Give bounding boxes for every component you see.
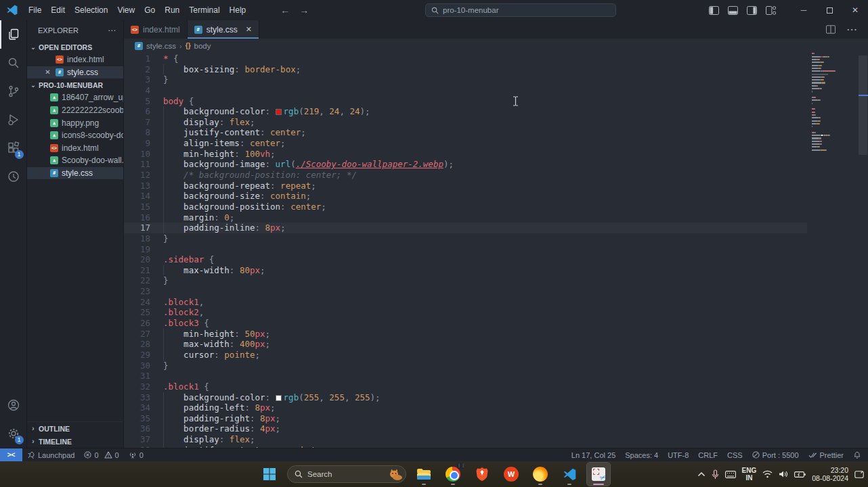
editor-more-actions-icon[interactable]: ⋯ — [846, 23, 857, 36]
minimap[interactable] — [812, 53, 856, 152]
code-line-13[interactable]: 13 background-repeat: repeat; — [124, 181, 807, 191]
touch-keyboard-icon[interactable] — [725, 471, 736, 478]
run-debug-icon[interactable] — [0, 106, 27, 134]
menu-edit[interactable]: Edit — [46, 3, 70, 18]
code-line-11[interactable]: 11 background-image: url(./Scooby-doo-wa… — [124, 159, 807, 170]
wifi-icon[interactable] — [762, 470, 773, 478]
code-line-29[interactable]: 29 cursor: pointe; — [124, 350, 807, 361]
taskbar-search-box[interactable]: Search — [287, 465, 406, 483]
explorer-activity-icon[interactable] — [0, 20, 27, 49]
code-line-10[interactable]: 10 min-height: 100vh; — [124, 149, 807, 160]
menu-run[interactable]: Run — [160, 3, 184, 18]
wondershare-icon[interactable]: W — [500, 463, 523, 486]
volume-icon[interactable] — [779, 470, 788, 478]
command-center-search[interactable]: pro-10-menubar — [425, 3, 616, 17]
ports-item[interactable]: 0 — [124, 448, 148, 462]
tab-index.html[interactable]: <>index.html — [124, 20, 188, 39]
code-line-24[interactable]: 24.block1, — [124, 297, 807, 308]
editor-scrollbar[interactable] — [859, 55, 867, 155]
code-line-17[interactable]: 17 padding-inline: 8px; — [124, 223, 807, 233]
snipping-tool-icon[interactable]: ✂ — [587, 463, 610, 486]
breadcrumb-file[interactable]: style.css — [146, 42, 176, 50]
code-line-21[interactable]: 21 max-width: 80px; — [124, 265, 807, 276]
forward-arrow-icon[interactable]: → — [299, 5, 309, 16]
toggle-secondary-sidebar-icon[interactable] — [747, 6, 757, 15]
formatter-item[interactable]: Prettier — [804, 448, 848, 462]
file-explorer-icon[interactable] — [412, 463, 435, 486]
notifications-bell-icon[interactable] — [848, 448, 868, 462]
back-arrow-icon[interactable]: ← — [280, 5, 290, 16]
code-line-25[interactable]: 25.block2, — [124, 307, 807, 318]
eol-sequence[interactable]: CRLF — [693, 448, 722, 462]
hidden-icons-chevron[interactable] — [697, 471, 706, 477]
code-line-3[interactable]: 3} — [124, 74, 807, 85]
battery-icon[interactable] — [794, 471, 806, 478]
code-line-1[interactable]: 1* { — [124, 53, 807, 64]
file-happy.png[interactable]: ▲happy.png — [27, 116, 123, 129]
settings-gear-icon[interactable]: 1 — [0, 419, 27, 448]
code-line-32[interactable]: 32.block1 { — [124, 381, 807, 392]
code-line-27[interactable]: 27 min-height: 50px; — [124, 329, 807, 340]
brave-icon[interactable] — [471, 463, 494, 486]
menu-view[interactable]: View — [112, 3, 139, 18]
breadcrumb[interactable]: # style.css › {} body — [124, 39, 868, 53]
minimize-button[interactable]: ─ — [791, 0, 817, 20]
code-line-6[interactable]: 6 background-color: rgb(219, 24, 24); — [124, 106, 807, 117]
code-line-33[interactable]: 33 background-color: rgb(255, 255, 255); — [124, 392, 807, 403]
code-line-14[interactable]: 14 background-size: contain; — [124, 191, 807, 202]
file-186407_arrow_up...[interactable]: ▲186407_arrow_up... — [27, 91, 123, 104]
clock[interactable]: 23:20 08-08-2024 — [812, 466, 848, 482]
open-editor-style.css[interactable]: ✕#style.css — [27, 66, 123, 79]
code-line-15[interactable]: 15 background-position: center; — [124, 202, 807, 212]
code-line-2[interactable]: 2 box-sizing: border-box; — [124, 64, 807, 75]
language-indicator[interactable]: ENGIN — [742, 467, 757, 482]
indentation[interactable]: Spaces: 4 — [620, 448, 663, 462]
folder-section[interactable]: ⌄ PRO-10-MENUBAR — [27, 78, 123, 91]
vscode-taskbar-icon[interactable] — [558, 463, 581, 486]
section-timeline[interactable]: ›TIMELINE — [27, 435, 123, 448]
microphone-icon[interactable] — [712, 469, 719, 480]
encoding[interactable]: UTF-8 — [663, 448, 693, 462]
code-line-5[interactable]: 5body { — [124, 96, 807, 107]
menu-terminal[interactable]: Terminal — [184, 3, 224, 18]
close-window-button[interactable]: ✕ — [842, 0, 868, 20]
launchpad-item[interactable]: Launchpad — [22, 448, 79, 462]
code-line-35[interactable]: 35 padding-right: 8px; — [124, 413, 807, 424]
tab-style.css[interactable]: #style.css✕ — [188, 20, 259, 39]
code-line-4[interactable]: 4 — [124, 85, 807, 96]
firefox-icon[interactable] — [529, 463, 552, 486]
maximize-button[interactable] — [817, 0, 842, 20]
file-222222222scooby...[interactable]: ▲222222222scooby... — [27, 104, 123, 117]
account-icon[interactable] — [0, 391, 27, 419]
breadcrumb-symbol[interactable]: body — [194, 42, 211, 50]
cursor-position[interactable]: Ln 17, Col 25 — [567, 448, 620, 462]
menu-help[interactable]: Help — [225, 3, 251, 18]
code-line-23[interactable]: 23 — [124, 286, 807, 297]
code-line-37[interactable]: 37 display: flex; — [124, 434, 807, 445]
code-line-9[interactable]: 9 align-items: center; — [124, 138, 807, 149]
code-line-19[interactable]: 19 — [124, 244, 807, 255]
remote-indicator[interactable]: >< — [0, 448, 22, 462]
code-line-16[interactable]: 16 margin: 0; — [124, 212, 807, 223]
code-line-31[interactable]: 31 — [124, 371, 807, 381]
extensions-icon[interactable]: 1 — [0, 134, 27, 162]
code-line-18[interactable]: 18} — [124, 233, 807, 244]
problems-item[interactable]: 0 0 — [79, 448, 123, 462]
file-index.html[interactable]: <>index.html — [27, 142, 123, 155]
live-server-port[interactable]: Port : 5500 — [747, 448, 804, 462]
search-activity-icon[interactable] — [0, 49, 27, 77]
code-line-34[interactable]: 34 padding-left: 8px; — [124, 402, 807, 413]
menu-go[interactable]: Go — [139, 3, 160, 18]
code-line-26[interactable]: 26.block3 { — [124, 318, 807, 329]
chrome-icon[interactable]: ⋮⋮ — [441, 463, 464, 486]
source-control-icon[interactable] — [0, 77, 27, 106]
close-editor-icon[interactable]: ✕ — [43, 68, 52, 76]
menu-selection[interactable]: Selection — [70, 3, 112, 18]
explorer-more-actions-icon[interactable]: ⋯ — [108, 26, 116, 35]
code-line-7[interactable]: 7 display: flex; — [124, 117, 807, 128]
code-line-20[interactable]: 20.sidebar { — [124, 254, 807, 265]
notification-center-icon[interactable] — [854, 470, 864, 479]
code-line-12[interactable]: 12 /* background-position: center; */ — [124, 170, 807, 181]
toggle-panel-icon[interactable] — [728, 6, 738, 15]
toggle-sidebar-icon[interactable] — [709, 6, 719, 15]
